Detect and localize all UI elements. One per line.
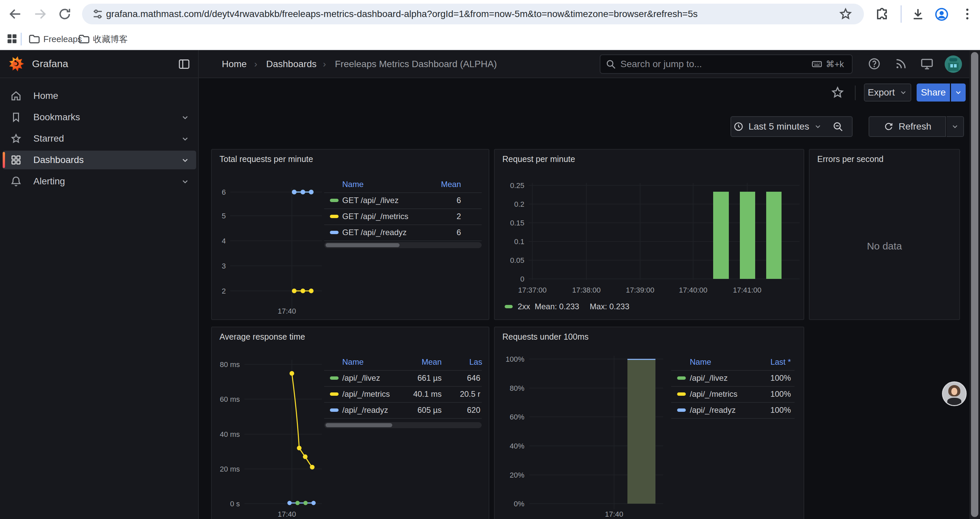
- sidebar-item-dashboards[interactable]: Dashboards: [3, 151, 196, 169]
- scrollbar-thumb[interactable]: [971, 52, 978, 517]
- chevron-down-icon[interactable]: [181, 156, 189, 164]
- legend-row-divider: [324, 402, 482, 403]
- legend-cell: 100%: [770, 406, 791, 415]
- time-range-picker[interactable]: Last 5 minutes: [730, 116, 824, 137]
- chevron-down-icon[interactable]: [181, 134, 189, 143]
- legend-header[interactable]: Mean: [422, 357, 442, 367]
- series-swatch[interactable]: [330, 231, 339, 234]
- legend-cell: 100%: [770, 374, 791, 383]
- search-icon: [605, 58, 616, 70]
- series-swatch[interactable]: [330, 409, 339, 412]
- sidebar-item-bookmarks[interactable]: Bookmarks: [3, 108, 196, 126]
- zoom-out-button[interactable]: [824, 116, 853, 137]
- sidebar-collapse-icon[interactable]: [177, 57, 191, 71]
- legend-header[interactable]: Name: [690, 357, 711, 367]
- download-icon[interactable]: [911, 7, 925, 21]
- legend-row-divider: [324, 386, 482, 387]
- sidebar-header-divider: [0, 77, 199, 78]
- legend-scrollbar-thumb[interactable]: [326, 243, 399, 247]
- bookmark-folder-blogs[interactable]: 收藏博客: [78, 28, 131, 50]
- panel-title[interactable]: Request per minute: [502, 154, 575, 164]
- forward-icon[interactable]: [33, 7, 48, 21]
- share-menu-button[interactable]: [951, 83, 966, 102]
- bookmark-folder-freeleaps[interactable]: Freeleaps: [28, 28, 78, 50]
- series-swatch[interactable]: [330, 393, 339, 396]
- series-swatch[interactable]: [677, 376, 686, 380]
- panel-title[interactable]: Errors per second: [817, 154, 884, 164]
- profile-icon[interactable]: [934, 7, 949, 22]
- search-input[interactable]: Search or jump to... ⌘+k: [600, 54, 853, 74]
- breadcrumb-dashboards[interactable]: Dashboards: [266, 50, 317, 78]
- legend-cell: 605 µs: [417, 406, 442, 415]
- legend-cell: 6: [457, 196, 461, 205]
- toolbar-divider: [855, 86, 856, 100]
- p1-legend[interactable]: NameMeanGET /api/_/livez6GET /api/_/metr…: [212, 150, 488, 319]
- brand-text[interactable]: Grafana: [32, 50, 68, 77]
- folder-icon: [78, 33, 91, 45]
- legend-row-divider: [671, 418, 795, 419]
- sidebar-item-label: Dashboards: [33, 151, 84, 169]
- series-swatch[interactable]: [677, 393, 686, 396]
- chevron-down-icon[interactable]: [181, 113, 189, 122]
- refresh-interval-button[interactable]: [947, 116, 964, 137]
- legend-cell: /api/_/readyz: [690, 406, 735, 415]
- display-icon[interactable]: [920, 57, 934, 71]
- breadcrumb-home[interactable]: Home: [222, 50, 247, 78]
- legend-cell: GET /api/_/livez: [342, 196, 399, 205]
- legend-header[interactable]: Mean: [441, 180, 461, 189]
- legend-cell: 646: [467, 374, 480, 383]
- alerting-bell-icon: [10, 175, 22, 187]
- legend-header[interactable]: Name: [342, 357, 364, 367]
- extensions-icon[interactable]: [875, 7, 889, 21]
- svg-text:0.1: 0.1: [514, 238, 524, 246]
- p2-chart[interactable]: 0.250.20.150.10.05017:37:0017:38:0017:39…: [495, 150, 803, 319]
- back-icon[interactable]: [8, 7, 23, 21]
- sidebar-item-home[interactable]: Home: [3, 86, 196, 105]
- series-swatch[interactable]: [330, 376, 339, 380]
- bookmark-star-icon[interactable]: [838, 7, 853, 21]
- svg-text:0.25: 0.25: [510, 181, 524, 190]
- legend-scrollbar-thumb[interactable]: [326, 423, 392, 427]
- user-avatar[interactable]: [945, 56, 962, 73]
- legend-row-divider: [671, 386, 795, 387]
- sidebar-item-label: Starred: [33, 129, 64, 148]
- export-button[interactable]: Export: [864, 83, 911, 102]
- share-button[interactable]: Share: [916, 83, 950, 102]
- series-swatch[interactable]: [330, 199, 339, 202]
- legend-cell: 620: [467, 406, 480, 415]
- chevron-down-icon[interactable]: [181, 177, 189, 186]
- site-settings-icon[interactable]: [91, 7, 105, 21]
- refresh-icon: [883, 121, 894, 132]
- sidebar-item-label: Bookmarks: [33, 108, 80, 126]
- sidebar-item-alerting[interactable]: Alerting: [3, 172, 196, 191]
- refresh-chevron-icon: [951, 123, 959, 131]
- panel-total-requests: Total requests per minute 6543217:40 Nam…: [211, 149, 489, 320]
- sidebar-item-starred[interactable]: Starred: [3, 129, 196, 148]
- series-swatch[interactable]: [330, 215, 339, 218]
- menu-kebab-icon[interactable]: [960, 7, 975, 21]
- sidebar-item-label: Alerting: [33, 172, 65, 191]
- star-toolbar-icon[interactable]: [830, 86, 845, 99]
- url-text[interactable]: grafana.mathmast.com/d/deytv4rwavabkb/fr…: [106, 0, 697, 28]
- news-icon[interactable]: [894, 57, 908, 71]
- legend-scrollbar-track[interactable]: [324, 242, 482, 248]
- refresh-button[interactable]: Refresh: [869, 116, 946, 137]
- help-icon[interactable]: [867, 57, 881, 71]
- home-icon: [10, 90, 22, 102]
- legend-row-divider: [324, 241, 482, 241]
- folder-icon: [28, 33, 41, 45]
- legend-header[interactable]: Name: [342, 180, 364, 189]
- p4-legend[interactable]: NameMeanLas/api/_/livez661 µs646/api/_/m…: [212, 327, 488, 519]
- apps-grid-icon[interactable]: [5, 32, 19, 45]
- series-swatch[interactable]: [677, 409, 686, 412]
- toolbar-divider: [900, 5, 902, 23]
- legend-header[interactable]: Last *: [770, 357, 791, 367]
- floating-avatar[interactable]: [942, 382, 967, 406]
- zoom-out-icon: [832, 121, 843, 132]
- legend-cell: GET /api/_/readyz: [342, 228, 407, 237]
- legend-header[interactable]: Las: [469, 357, 482, 367]
- grafana-logo[interactable]: [8, 56, 25, 72]
- reload-icon[interactable]: [57, 7, 72, 21]
- p5-legend[interactable]: NameLast */api/_/livez100%/api/_/metrics…: [495, 327, 803, 519]
- legend-scrollbar-track[interactable]: [324, 422, 482, 428]
